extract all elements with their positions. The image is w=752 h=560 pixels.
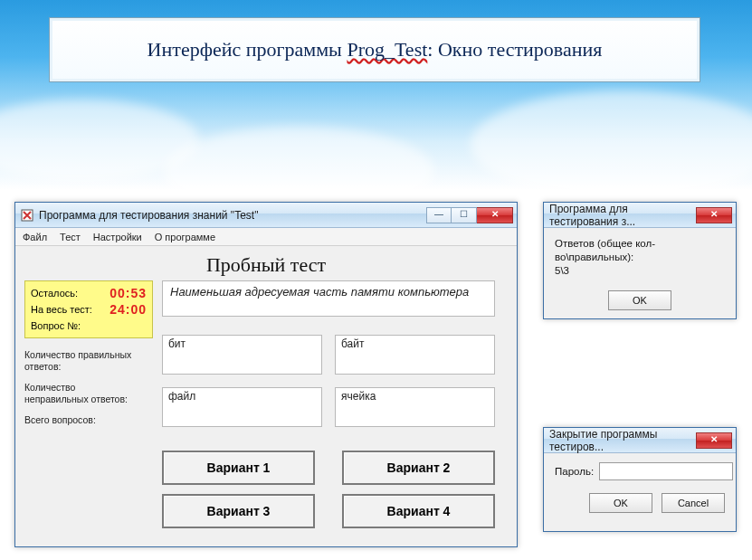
close-dialog-close-button[interactable]: ✕ [696,432,732,449]
timer-total-value: 24:00 [109,301,147,318]
menu-file[interactable]: Файл [23,232,47,242]
timer-question-label: Вопрос №: [31,318,81,334]
variant-3-button[interactable]: Вариант 3 [162,494,315,528]
stats-total-label: Всего вопросов: [24,414,96,438]
close-button[interactable]: ✕ [477,207,513,223]
variant-1-button[interactable]: Вариант 1 [162,451,315,485]
results-message-line1: Ответов (общее кол-во\правильных): [555,237,725,264]
slide-title-prefix: Интерфейс программы [148,38,347,61]
stats-wrong-value [137,382,153,405]
results-ok-button[interactable]: OK [608,290,671,310]
close-dialog-ok-button[interactable]: OK [589,493,652,513]
menu-settings[interactable]: Настройки [93,232,142,242]
close-dialog-title: Закрытие программы тестиров... [549,428,685,453]
results-dialog-title: Программа для тестирования з... [549,203,685,228]
answer-option-1[interactable]: бит [162,335,322,375]
timer-remaining-value: 00:53 [109,285,147,301]
results-dialog-titlebar[interactable]: Программа для тестирования з... ✕ [544,203,736,228]
close-dialog-titlebar[interactable]: Закрытие программы тестиров... ✕ [544,428,736,453]
stats-wrong-label: Количество неправильных ответов: [24,382,137,405]
answer-option-3[interactable]: файл [162,387,322,427]
test-window-title: Программа для тестирования знаний "Test" [39,209,258,222]
variants-grid: Вариант 1 Вариант 2 Вариант 3 Вариант 4 [162,451,495,528]
timer-panel: Осталось: 00:53 На весь тест: 24:00 Вопр… [24,280,153,338]
results-message-line2: 5\3 [555,264,725,278]
app-icon [21,209,33,222]
stats-correct-value [137,349,153,373]
stats-panel: Количество правильных ответов: Количеств… [24,349,153,447]
timer-remaining-label: Осталось: [31,285,78,301]
test-window-titlebar[interactable]: Программа для тестирования знаний "Test"… [15,203,517,228]
menu-test[interactable]: Тест [60,232,81,242]
stats-total-value [137,414,153,438]
password-input[interactable] [599,462,733,480]
slide-title: Интерфейс программы Prog_Test: Окно тест… [148,38,603,62]
answers-grid: бит байт файл ячейка [162,335,495,427]
menu-about[interactable]: О программе [155,232,215,242]
answer-option-2[interactable]: байт [335,335,495,375]
menubar: Файл Тест Настройки О программе [15,228,517,246]
answer-option-4[interactable]: ячейка [335,387,495,427]
close-dialog: Закрытие программы тестиров... ✕ Пароль:… [543,427,737,532]
question-text: Наименьшая адресуемая часть памяти компь… [162,280,495,317]
results-dialog: Программа для тестирования з... ✕ Ответо… [543,202,737,319]
test-heading: Пробный тест [24,252,508,282]
slide-title-box: Интерфейс программы Prog_Test: Окно тест… [49,17,700,82]
slide-title-appname: Prog_Test [347,38,427,61]
slide-title-suffix: : Окно тестирования [427,38,602,61]
timer-total-label: На весь тест: [31,301,92,318]
maximize-button[interactable]: ☐ [452,207,477,223]
minimize-button[interactable]: — [426,207,452,223]
results-close-button[interactable]: ✕ [696,207,732,223]
variant-2-button[interactable]: Вариант 2 [342,451,495,485]
password-label: Пароль: [555,466,594,477]
test-window: Программа для тестирования знаний "Test"… [14,202,518,547]
close-dialog-cancel-button[interactable]: Cancel [662,493,725,513]
stats-correct-label: Количество правильных ответов: [24,349,137,373]
variant-4-button[interactable]: Вариант 4 [342,494,495,528]
results-message: Ответов (общее кол-во\правильных): 5\3 [555,237,725,278]
